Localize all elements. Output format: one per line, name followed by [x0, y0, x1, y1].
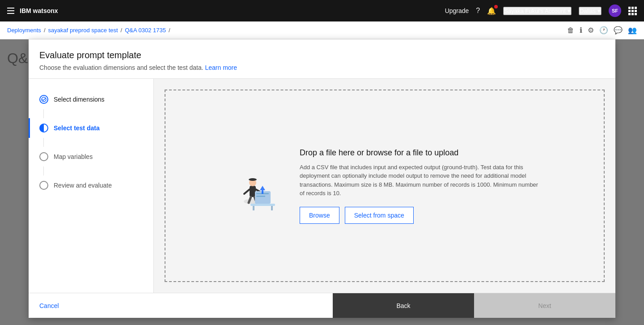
page-background: Q& Evaluate prompt template Choose the e…	[0, 39, 644, 325]
step-icon-inactive	[39, 181, 48, 190]
upload-drop-zone[interactable]: Drop a file here or browse for a file to…	[165, 90, 605, 282]
svg-rect-16	[271, 206, 273, 210]
upload-content: Drop a file here or browse for a file to…	[228, 148, 541, 224]
avatar[interactable]: SF	[609, 4, 621, 17]
cancel-button[interactable]: Cancel	[39, 302, 59, 309]
footer-left: Cancel	[29, 293, 333, 318]
step-icon-inactive	[39, 152, 48, 161]
browse-button[interactable]: Browse	[300, 207, 339, 224]
breadcrumb-space[interactable]: sayakaf preprod space test	[48, 27, 118, 34]
svg-line-5	[244, 189, 250, 194]
step-label: Select test data	[54, 124, 100, 132]
svg-point-4	[249, 178, 257, 181]
help-icon[interactable]: ?	[476, 7, 480, 15]
users-icon[interactable]: 👥	[628, 26, 637, 34]
account-button[interactable]: Sayaka Fukui's Account ▾	[503, 7, 572, 15]
svg-rect-13	[262, 190, 263, 194]
learn-more-link[interactable]: Learn more	[205, 64, 237, 71]
menu-icon[interactable]	[7, 8, 14, 14]
modal-title: Evaluate prompt template	[39, 50, 605, 60]
history-icon[interactable]: 🕐	[599, 26, 608, 34]
modal-overlay: Evaluate prompt template Choose the eval…	[0, 39, 644, 325]
step-select-dimensions[interactable]: Select dimensions	[29, 90, 153, 109]
svg-rect-15	[253, 206, 254, 210]
step-label: Map variables	[54, 153, 93, 160]
modal-footer: Cancel Back Next	[29, 293, 615, 318]
step-icon-active	[39, 124, 48, 133]
select-from-space-button[interactable]: Select from space	[345, 207, 414, 224]
step-label: Review and evaluate	[54, 182, 112, 189]
brand-logo: IBM watsonx	[20, 7, 58, 14]
upload-description: Add a CSV file that includes input and e…	[300, 163, 541, 198]
top-navigation: IBM watsonx Upgrade ? 🔔 Sayaka Fukui's A…	[0, 0, 644, 21]
step-label: Select dimensions	[54, 96, 105, 103]
svg-rect-14	[250, 204, 275, 206]
svg-rect-2	[250, 186, 256, 197]
breadcrumb-item[interactable]: Q&A 0302 1735	[125, 27, 166, 34]
upload-buttons: Browse Select from space	[300, 207, 541, 224]
footer-right: Back Next	[333, 293, 615, 318]
modal-body: Select dimensions Select test data	[29, 79, 615, 293]
modal-dialog: Evaluate prompt template Choose the eval…	[29, 39, 615, 318]
next-button: Next	[474, 293, 615, 318]
region-button[interactable]: Dallas ▾	[579, 7, 602, 15]
info-icon[interactable]: ℹ	[580, 26, 582, 34]
back-button[interactable]: Back	[333, 293, 474, 318]
upload-text-area: Drop a file here or browse for a file to…	[300, 148, 541, 224]
step-divider	[43, 138, 44, 147]
step-review-evaluate[interactable]: Review and evaluate	[29, 175, 153, 195]
step-select-test-data[interactable]: Select test data	[29, 118, 153, 138]
step-icon-completed	[39, 95, 48, 104]
modal-subtitle: Choose the evaluation dimensions and sel…	[39, 64, 605, 71]
modal-header: Evaluate prompt template Choose the eval…	[29, 39, 615, 79]
upgrade-link[interactable]: Upgrade	[445, 7, 469, 14]
upload-illustration	[228, 159, 282, 213]
step-divider	[43, 167, 44, 175]
svg-point-0	[42, 97, 46, 102]
chat-icon[interactable]: 💬	[614, 26, 623, 34]
svg-marker-12	[260, 186, 265, 190]
settings-icon[interactable]: ⚙	[588, 26, 594, 34]
breadcrumb-bar: Deployments / sayakaf preprod space test…	[0, 21, 644, 39]
step-divider	[43, 109, 44, 118]
notification-badge	[494, 5, 498, 9]
step-map-variables[interactable]: Map variables	[29, 147, 153, 167]
delete-icon[interactable]: 🗑	[567, 26, 574, 34]
steps-sidebar: Select dimensions Select test data	[29, 79, 154, 293]
breadcrumb-actions: 🗑 ℹ ⚙ 🕐 💬 👥	[567, 26, 637, 34]
notification-icon[interactable]: 🔔	[487, 7, 496, 15]
breadcrumb-deployments[interactable]: Deployments	[7, 27, 41, 34]
svg-rect-11	[256, 196, 265, 197]
modal-main-content: Drop a file here or browse for a file to…	[154, 79, 615, 293]
breadcrumb: Deployments / sayakaf preprod space test…	[7, 27, 170, 34]
grid-icon[interactable]	[628, 7, 637, 15]
upload-title: Drop a file here or browse for a file to…	[300, 148, 541, 158]
